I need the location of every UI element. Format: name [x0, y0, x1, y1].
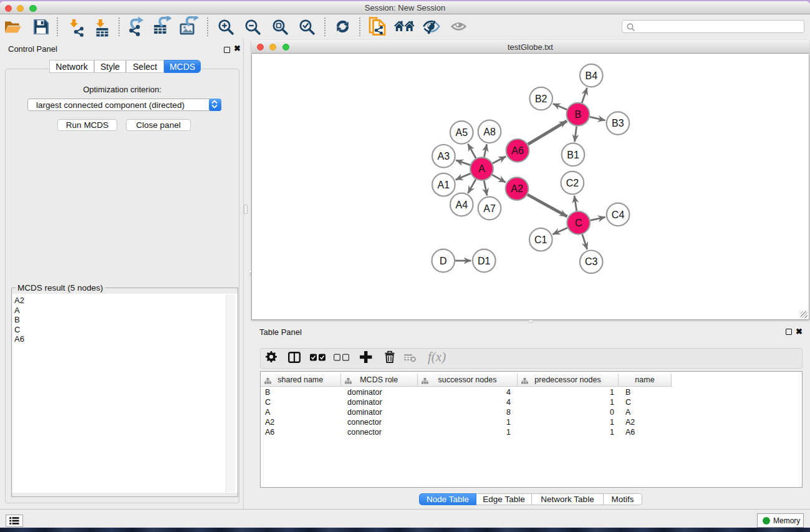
svg-text:A4: A4	[456, 200, 468, 210]
svg-text:C1: C1	[534, 235, 547, 245]
svg-text:C: C	[575, 218, 582, 228]
svg-text:A8: A8	[483, 127, 496, 137]
svg-text:C2: C2	[566, 178, 579, 188]
svg-text:D: D	[440, 256, 447, 266]
svg-text:B: B	[575, 109, 582, 120]
svg-text:A3: A3	[438, 151, 450, 162]
svg-text:B3: B3	[612, 118, 624, 128]
svg-text:D1: D1	[478, 256, 491, 266]
svg-text:B2: B2	[535, 94, 547, 104]
svg-text:A6: A6	[511, 145, 524, 156]
svg-text:B1: B1	[567, 150, 579, 160]
svg-text:B4: B4	[586, 70, 598, 81]
svg-text:C3: C3	[585, 256, 598, 267]
svg-text:A7: A7	[483, 203, 496, 214]
svg-text:A1: A1	[438, 180, 450, 190]
svg-text:C4: C4	[612, 210, 625, 220]
svg-text:A5: A5	[456, 127, 468, 138]
svg-text:A2: A2	[511, 183, 523, 194]
svg-text:A: A	[478, 163, 485, 174]
